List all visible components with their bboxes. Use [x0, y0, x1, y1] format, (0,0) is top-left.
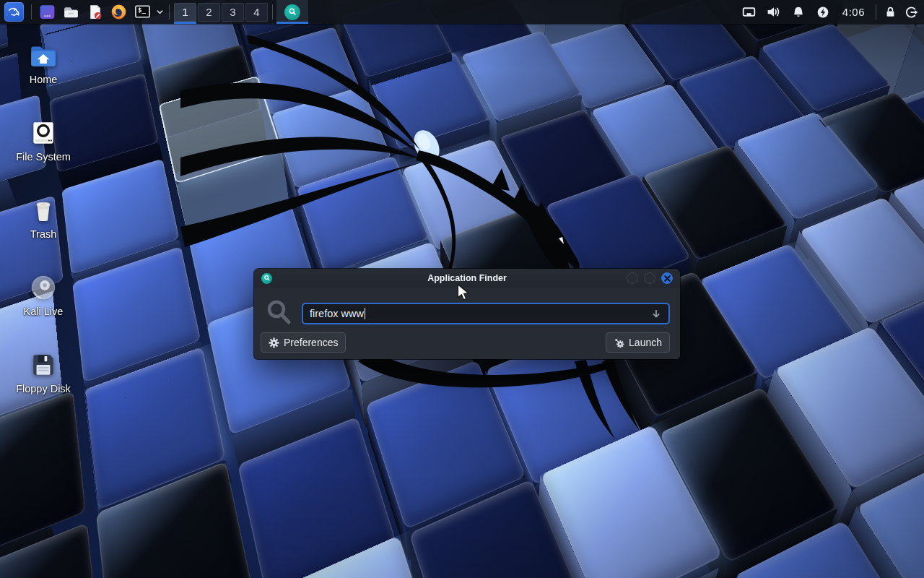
desktop-icon-label: Trash [30, 229, 57, 241]
close-button[interactable] [661, 272, 673, 284]
trash-icon [28, 195, 58, 225]
desktop-icon-floppy-disk[interactable]: Floppy Disk [9, 350, 78, 427]
taskbar-app-finder[interactable] [276, 0, 308, 24]
launcher-file-manager[interactable] [59, 0, 83, 24]
active-task-underline [276, 22, 308, 24]
desktop-icon-label: File System [16, 152, 71, 163]
notifications-icon [791, 5, 806, 20]
app-finder-icon [284, 4, 300, 20]
search-input[interactable]: firefox www [302, 303, 670, 324]
launch-button[interactable]: Launch [606, 332, 670, 353]
network-tray-button[interactable] [737, 0, 762, 24]
kali-menu-icon [4, 2, 24, 22]
window-title: Application Finder [254, 273, 680, 283]
kali-dragon-logo [180, 22, 642, 441]
launcher-qterminal[interactable] [35, 0, 59, 24]
qterminal-icon [38, 3, 56, 21]
launcher-firefox[interactable] [107, 0, 131, 24]
application-finder-window: Application Finder firefox www [254, 269, 680, 359]
power-icon [816, 5, 830, 20]
disc-icon [28, 272, 58, 303]
dropdown-arrow-icon[interactable] [650, 308, 662, 319]
desktop-icon-trash[interactable]: Trash [9, 195, 78, 272]
launcher-terminal[interactable]: $_ [131, 0, 154, 24]
mouse-cursor [457, 284, 471, 302]
workspace-label: 1 [182, 6, 188, 18]
top-panel: $_ 1 2 3 4 [0, 0, 924, 24]
search-icon [265, 298, 294, 327]
panel-status-area: 4:06 [737, 0, 924, 24]
panel-separator [876, 4, 876, 20]
notifications-tray-button[interactable] [786, 0, 811, 24]
clock[interactable]: 4:06 [835, 6, 872, 18]
minimize-button[interactable] [627, 272, 638, 284]
launch-label: Launch [629, 337, 662, 348]
desktop-icon-label: Floppy Disk [16, 384, 71, 395]
preferences-label: Preferences [284, 337, 338, 348]
firefox-icon [110, 3, 128, 21]
desktop-icon-home[interactable]: Home [9, 40, 78, 118]
volume-icon [766, 4, 781, 20]
lock-screen-button[interactable] [880, 0, 901, 24]
workspace-label: 2 [206, 6, 212, 18]
preferences-button[interactable]: Preferences [261, 332, 346, 353]
workspace-button-3[interactable]: 3 [222, 3, 244, 22]
window-controls [627, 272, 673, 284]
chevron-down-icon [156, 8, 164, 16]
workspace-button-2[interactable]: 2 [198, 3, 220, 22]
file-manager-icon [62, 3, 80, 21]
network-icon [741, 4, 757, 20]
text-editor-icon [86, 3, 104, 21]
floppy-icon [28, 350, 58, 380]
terminal-prompt-glyph: $_ [138, 7, 146, 14]
applications-menu-button[interactable] [0, 0, 27, 24]
workspace-button-1[interactable]: 1 [174, 3, 196, 22]
power-tray-button[interactable] [811, 0, 835, 24]
hard-drive-icon [28, 118, 58, 148]
launcher-text-editor[interactable] [83, 0, 107, 24]
panel-separator [31, 4, 32, 20]
maximize-button[interactable] [644, 272, 655, 284]
active-workspace-underline [174, 22, 196, 24]
logout-icon [905, 5, 919, 20]
volume-tray-button[interactable] [762, 0, 786, 24]
workspace-label: 3 [230, 6, 235, 18]
home-folder-icon [28, 40, 58, 71]
desktop-icon-list: Home File System Trash [9, 40, 78, 427]
logout-button[interactable] [901, 0, 922, 24]
desktop-icon-kali-live[interactable]: Kali Live [9, 272, 78, 350]
workspace-button-4[interactable]: 4 [245, 3, 268, 22]
panel-separator [169, 4, 170, 20]
close-icon [664, 275, 671, 282]
gear-icon [269, 337, 279, 348]
desktop: Home File System Trash [0, 0, 924, 578]
search-input-value: firefox www [310, 308, 364, 319]
desktop-icon-label: Home [30, 74, 58, 86]
lock-icon [884, 5, 897, 19]
launcher-dropdown-chevron[interactable] [154, 0, 165, 24]
panel-separator [272, 4, 273, 20]
desktop-icon-label: Kali Live [24, 306, 64, 318]
desktop-icon-file-system[interactable]: File System [9, 118, 78, 195]
workspace-label: 4 [253, 6, 259, 18]
launch-icon [614, 337, 624, 348]
text-caret [365, 308, 365, 319]
